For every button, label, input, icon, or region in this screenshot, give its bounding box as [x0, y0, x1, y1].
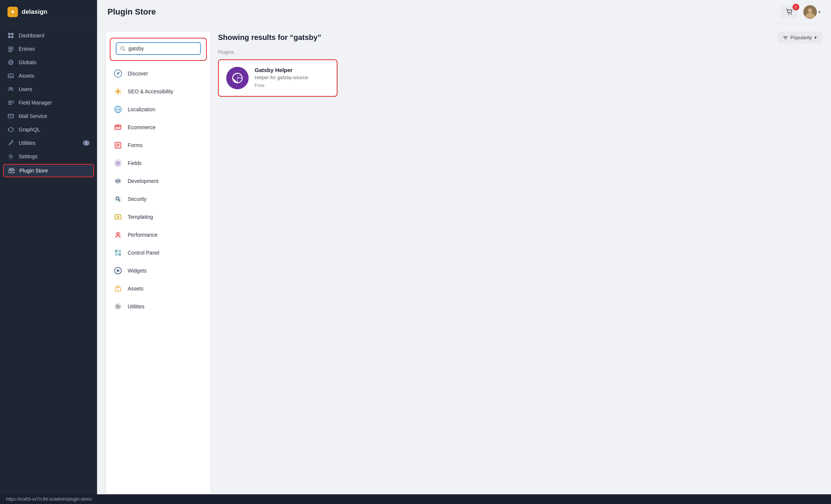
- sidebar-label-plugin-store: Plugin Store: [19, 168, 48, 174]
- sidebar-item-utilities[interactable]: Utilities 1: [0, 136, 97, 150]
- category-icon-seo-accessibility: [113, 86, 123, 97]
- category-item-forms[interactable]: Forms: [106, 136, 211, 154]
- svg-point-13: [9, 87, 11, 89]
- top-bar: Plugin Store 0 ▾: [97, 0, 831, 24]
- svg-point-38: [117, 91, 119, 93]
- sidebar-item-users[interactable]: Users: [0, 83, 97, 96]
- sidebar: ✦ delasign Dashboard Entries Globals: [0, 0, 97, 504]
- sidebar-item-dashboard[interactable]: Dashboard: [0, 29, 97, 42]
- main-content: Plugin Store 0 ▾: [97, 0, 831, 504]
- category-label-performance: Performance: [128, 232, 158, 238]
- category-item-development[interactable]: Development: [106, 172, 211, 190]
- svg-line-35: [124, 50, 125, 51]
- plugin-info-gatsby-helper: Gatsby Helper Helper for gatsby-source- …: [255, 67, 329, 88]
- category-item-security[interactable]: Security: [106, 190, 211, 208]
- user-avatar[interactable]: [803, 5, 817, 19]
- category-item-discover[interactable]: Discover: [106, 65, 211, 83]
- category-label-assets-cat: Assets: [128, 286, 143, 292]
- category-icon-templating: [113, 212, 123, 222]
- svg-rect-42: [115, 125, 121, 130]
- search-input[interactable]: [128, 46, 196, 52]
- category-item-widgets[interactable]: Widgets: [106, 262, 211, 280]
- svg-rect-19: [13, 102, 13, 103]
- sidebar-item-assets[interactable]: Assets: [0, 69, 97, 83]
- plugins-section-label: Plugins: [218, 49, 822, 55]
- plugin-results: Showing results for “gatsby” Popularity …: [218, 32, 822, 497]
- svg-rect-63: [115, 253, 118, 256]
- category-label-templating: Templating: [128, 214, 153, 220]
- category-label-security: Security: [128, 196, 147, 202]
- svg-rect-5: [8, 48, 13, 49]
- category-item-assets-cat[interactable]: Assets: [106, 280, 211, 298]
- sidebar-label-field-manager: Field Manager: [19, 100, 52, 106]
- sidebar-item-plugin-store[interactable]: Plugin Store: [3, 164, 94, 177]
- category-icon-performance: [113, 230, 123, 240]
- sidebar-label-assets: Assets: [19, 73, 34, 79]
- plugin-description: Helper for gatsby-source-: [255, 75, 329, 80]
- settings-icon: [7, 153, 14, 160]
- cart-badge: 0: [793, 4, 799, 10]
- category-label-development: Development: [128, 178, 159, 184]
- category-item-ecommerce[interactable]: Ecommerce: [106, 118, 211, 136]
- svg-rect-7: [8, 51, 12, 52]
- category-label-discover: Discover: [128, 71, 148, 77]
- sort-label: Popularity: [790, 35, 812, 40]
- sidebar-label-dashboard: Dashboard: [19, 32, 44, 38]
- svg-rect-0: [8, 33, 10, 35]
- dashboard-icon: [7, 32, 14, 39]
- category-icon-localization: [113, 104, 123, 115]
- sidebar-label-utilities: Utilities: [19, 140, 35, 146]
- svg-rect-6: [8, 50, 13, 50]
- sidebar-item-field-manager[interactable]: Field Manager: [0, 96, 97, 109]
- avatar-chevron-icon[interactable]: ▾: [818, 9, 821, 15]
- category-item-control-panel[interactable]: Control Panel: [106, 244, 211, 262]
- category-item-templating[interactable]: Templating: [106, 208, 211, 226]
- utilities-badge: 1: [83, 140, 90, 146]
- results-header: Showing results for “gatsby” Popularity …: [218, 32, 822, 43]
- svg-point-34: [121, 47, 124, 50]
- search-icon: [120, 46, 125, 51]
- sort-button[interactable]: Popularity ▾: [778, 32, 822, 43]
- svg-rect-64: [118, 253, 121, 256]
- plugin-price: Free: [255, 83, 329, 88]
- svg-point-33: [808, 8, 812, 13]
- category-label-utilities-cat: Utilities: [128, 304, 144, 309]
- category-icon-assets-cat: [113, 283, 123, 294]
- search-inner: [116, 42, 201, 55]
- category-item-localization[interactable]: Localization: [106, 100, 211, 118]
- sidebar-item-globals[interactable]: Globals: [0, 56, 97, 69]
- app-name: delasign: [22, 8, 47, 16]
- plugin-logo-gatsby: [226, 67, 249, 89]
- sort-chevron-icon: ▾: [814, 35, 817, 40]
- plugin-name: Gatsby Helper: [255, 67, 329, 73]
- category-icon-fields: [113, 158, 123, 168]
- plugin-store-icon: [8, 167, 15, 174]
- category-item-utilities-cat[interactable]: Utilities: [106, 298, 211, 315]
- top-bar-actions: 0 ▾: [781, 5, 821, 19]
- category-label-seo-accessibility: SEO & Accessibility: [128, 88, 173, 94]
- cart-button[interactable]: 0: [781, 6, 797, 18]
- graphql-icon: [7, 126, 14, 133]
- category-item-performance[interactable]: Performance: [106, 226, 211, 244]
- sidebar-item-settings[interactable]: Settings: [0, 150, 97, 163]
- category-item-fields[interactable]: Fields: [106, 154, 211, 172]
- svg-rect-17: [8, 104, 12, 105]
- plugin-card-gatsby-helper[interactable]: Gatsby Helper Helper for gatsby-source- …: [218, 59, 337, 97]
- sidebar-item-mail-service[interactable]: Mail Service: [0, 109, 97, 123]
- category-icon-security: [113, 194, 123, 204]
- category-icon-discover: [113, 68, 123, 79]
- category-item-seo-accessibility[interactable]: SEO & Accessibility: [106, 83, 211, 100]
- sidebar-item-entries[interactable]: Entries: [0, 42, 97, 56]
- entries-icon: [7, 46, 14, 52]
- svg-point-14: [12, 88, 13, 89]
- svg-point-31: [791, 13, 792, 15]
- svg-rect-18: [13, 100, 13, 102]
- svg-rect-4: [8, 47, 13, 47]
- svg-point-28: [10, 156, 12, 158]
- sidebar-label-settings: Settings: [19, 153, 38, 159]
- svg-marker-27: [9, 127, 13, 132]
- sidebar-item-graphql[interactable]: GraphQL: [0, 123, 97, 136]
- sidebar-label-graphql: GraphQL: [19, 127, 40, 133]
- svg-point-53: [115, 196, 121, 202]
- category-icon-control-panel: [113, 248, 123, 258]
